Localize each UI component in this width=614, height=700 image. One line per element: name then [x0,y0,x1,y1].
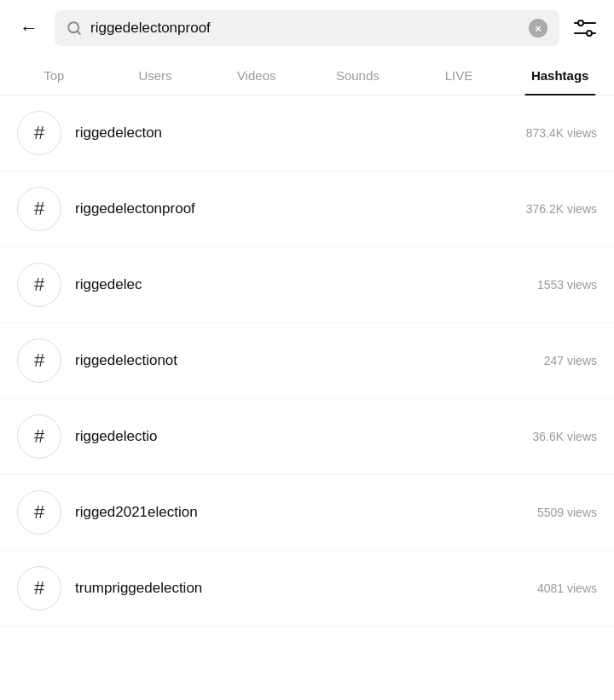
hashtag-views: 5509 views [537,506,597,519]
filter-icon [573,19,597,38]
hashtag-icon-wrap: # [17,490,61,535]
hashtag-icon-wrap: # [17,566,61,610]
hash-symbol: # [34,274,44,296]
hashtag-views: 247 views [544,354,597,367]
hashtag-item[interactable]: # riggedelectionot 247 views [0,323,614,399]
search-query-text[interactable]: riggedelectonproof [90,20,520,37]
hashtag-item[interactable]: # riggedelecton 873.4K views [0,95,614,171]
hashtag-views: 873.4K views [526,126,597,140]
hashtag-name: rigged2021election [75,504,524,521]
hashtag-item[interactable]: # trumpriggedelection 4081 views [0,551,614,627]
hashtag-icon-wrap: # [17,263,61,307]
svg-point-4 [578,20,583,26]
hashtag-views: 4081 views [537,581,597,595]
hash-symbol: # [34,198,44,220]
hash-symbol: # [34,501,44,524]
hashtag-views: 376.2K views [526,202,597,216]
hashtag-info: trumpriggedelection [75,580,524,597]
hashtag-views: 36.6K views [533,430,597,443]
tab-hashtags[interactable]: Hashtags [509,56,611,95]
tab-videos[interactable]: Videos [206,56,307,95]
hashtag-info: riggedelecton [75,124,513,142]
hashtag-item[interactable]: # riggedelectonproof 376.2K views [0,171,614,247]
hashtag-name: riggedelectio [75,428,519,445]
tab-sounds[interactable]: Sounds [307,56,408,95]
hashtag-name: riggedelectionot [75,352,530,369]
tab-navigation: Top Users Videos Sounds LIVE Hashtags [0,56,614,95]
tab-top[interactable]: Top [3,56,105,95]
back-button[interactable]: ← [14,13,44,43]
tab-users[interactable]: Users [105,56,206,95]
hashtag-icon-wrap: # [17,414,61,459]
filter-button[interactable] [570,13,600,43]
svg-line-1 [77,31,79,33]
header: ← riggedelectonproof × [0,0,614,56]
hash-symbol: # [34,425,44,448]
hash-symbol: # [34,577,44,599]
hashtag-views: 1553 views [537,278,597,292]
hash-symbol: # [34,122,44,144]
hashtag-info: rigged2021election [75,504,524,521]
hashtag-icon-wrap: # [17,111,61,155]
search-icon [67,20,82,36]
hash-symbol: # [34,350,44,372]
svg-point-5 [587,31,592,36]
hashtag-info: riggedelectio [75,428,519,445]
hashtag-list: # riggedelecton 873.4K views # riggedele… [0,95,614,627]
hashtag-name: riggedelectonproof [75,200,513,217]
hashtag-name: riggedelec [75,276,524,293]
tab-live[interactable]: LIVE [408,56,510,95]
hashtag-info: riggedelectionot [75,352,530,369]
hashtag-item[interactable]: # riggedelectio 36.6K views [0,399,614,475]
hashtag-icon-wrap: # [17,338,61,383]
hashtag-info: riggedelec [75,276,524,293]
hashtag-info: riggedelectonproof [75,200,513,217]
clear-button[interactable]: × [529,19,547,38]
hashtag-item[interactable]: # riggedelec 1553 views [0,247,614,323]
hashtag-icon-wrap: # [17,187,61,231]
hashtag-item[interactable]: # rigged2021election 5509 views [0,475,614,551]
hashtag-name: trumpriggedelection [75,580,524,597]
clear-icon: × [535,23,542,34]
hashtag-name: riggedelecton [75,124,513,142]
back-arrow-icon: ← [20,17,38,39]
search-bar: riggedelectonproof × [55,10,559,46]
